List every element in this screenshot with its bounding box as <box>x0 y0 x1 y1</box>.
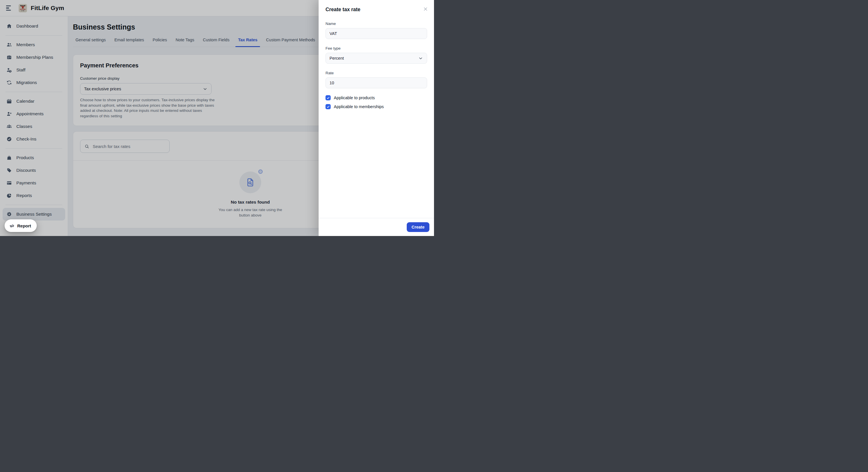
report-button[interactable]: Report <box>5 220 37 232</box>
name-label: Name <box>326 21 427 26</box>
fee-type-select[interactable]: Percent <box>326 53 427 64</box>
megaphone-icon <box>9 223 14 229</box>
checkbox-applicable-to-memberships[interactable] <box>326 104 331 109</box>
checkbox-label: Applicable to memberships <box>334 104 384 109</box>
checkbox-row-applicable-to-products: Applicable to products <box>326 95 427 100</box>
drawer-footer: Create <box>319 218 434 236</box>
rate-label: Rate <box>326 71 427 76</box>
applicability-checkboxes: Applicable to productsApplicable to memb… <box>326 95 427 109</box>
rate-field[interactable] <box>326 77 427 88</box>
checkbox-label: Applicable to products <box>334 96 375 100</box>
chevron-down-icon <box>418 56 423 61</box>
name-field[interactable] <box>326 28 427 39</box>
close-icon[interactable] <box>422 6 429 12</box>
drawer-header: Create tax rate <box>319 0 434 12</box>
fee-type-label: Fee type <box>326 46 427 51</box>
app-window: FITLIFE GYM FitLife Gym DashboardMembers… <box>0 0 434 236</box>
drawer-body: Name Fee type Percent Rate Applicable to… <box>319 12 434 218</box>
drawer-title: Create tax rate <box>326 6 361 12</box>
report-button-label: Report <box>17 224 31 228</box>
create-tax-rate-drawer: Create tax rate Name Fee type Percent <box>319 0 434 236</box>
checkbox-applicable-to-products[interactable] <box>326 95 331 100</box>
checkbox-row-applicable-to-memberships: Applicable to memberships <box>326 104 427 109</box>
fee-type-value: Percent <box>330 56 344 61</box>
create-button[interactable]: Create <box>407 222 429 232</box>
